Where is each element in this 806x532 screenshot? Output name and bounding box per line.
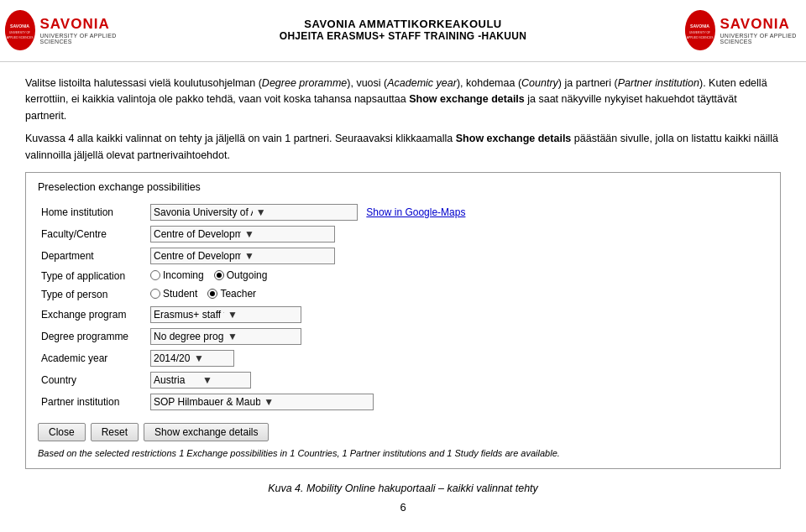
faculty-value: Centre of Development and Services ▼ bbox=[147, 223, 768, 245]
country-select[interactable]: Austria ▼ bbox=[150, 372, 251, 389]
exchange-program-value: Erasmus+ staff training ▼ bbox=[147, 304, 768, 326]
home-institution-label: Home institution bbox=[38, 201, 147, 223]
academic-year-select[interactable]: 2014/2015 ▼ bbox=[150, 350, 234, 367]
row-exchange-program: Exchange program Erasmus+ staff training… bbox=[38, 304, 768, 326]
home-institution-value: Savonia University of Applied Sciences l… bbox=[147, 201, 768, 223]
logo-circle-right: SAVONIA UNIVERSITY OF APPLIED SCIENCES bbox=[685, 10, 714, 50]
logo-left: SAVONIA UNIVERSITY OF APPLIED SCIENCES S… bbox=[17, 7, 109, 53]
row-degree-programme: Degree programme No degree program ▼ bbox=[38, 326, 768, 347]
type-person-radio-group: Student Teacher bbox=[150, 288, 256, 300]
incoming-radio[interactable] bbox=[150, 270, 160, 280]
academic-year-value: 2014/2015 ▼ bbox=[147, 347, 768, 369]
degree-programme-value: No degree program ▼ bbox=[147, 326, 768, 347]
svg-text:UNIVERSITY OF: UNIVERSITY OF bbox=[689, 31, 710, 34]
department-label: Department bbox=[38, 245, 147, 267]
logo-circle-left: SAVONIA UNIVERSITY OF APPLIED SCIENCES bbox=[5, 10, 34, 50]
show-in-google-maps-link[interactable]: Show in Google-Maps bbox=[366, 206, 465, 218]
logo-sub-right: UNIVERSITY OF APPLIED SCIENCES bbox=[720, 33, 801, 44]
svg-text:APPLIED SCIENCES: APPLIED SCIENCES bbox=[687, 35, 714, 39]
intro-para2: Kuvassa 4 alla kaikki valinnat on tehty … bbox=[25, 131, 781, 164]
exchange-program-label: Exchange program bbox=[38, 304, 147, 326]
row-type-person: Type of person Student Teacher bbox=[38, 285, 768, 304]
show-exchange-details-button[interactable]: Show exchange details bbox=[144, 423, 269, 441]
logo-right: SAVONIA UNIVERSITY OF APPLIED SCIENCES S… bbox=[697, 7, 789, 53]
svg-text:UNIVERSITY OF: UNIVERSITY OF bbox=[9, 31, 30, 34]
svg-point-0 bbox=[5, 15, 34, 44]
type-person-student[interactable]: Student bbox=[150, 288, 197, 300]
faculty-select[interactable]: Centre of Development and Services ▼ bbox=[150, 226, 335, 243]
status-text: Based on the selected restrictions 1 Exc… bbox=[38, 448, 768, 458]
degree-programme-arrow: ▼ bbox=[228, 331, 298, 342]
savonia-logo-right: SAVONIA UNIVERSITY OF APPLIED SCIENCES S… bbox=[685, 10, 800, 50]
header-title2: OHJEITA ERASMUS+ STAFF TRAINING -HAKUUN bbox=[109, 30, 697, 42]
country-label: Country bbox=[38, 369, 147, 391]
type-person-label: Type of person bbox=[38, 285, 147, 304]
close-button[interactable]: Close bbox=[38, 423, 86, 441]
header-title1: SAVONIA AMMATTIKORKEAKOULU bbox=[109, 18, 697, 30]
svg-text:APPLIED SCIENCES: APPLIED SCIENCES bbox=[7, 35, 34, 39]
home-institution-arrow: ▼ bbox=[256, 206, 355, 218]
intro-para1: Valitse listoilta halutessasi vielä koul… bbox=[25, 76, 781, 124]
logo-text-right: SAVONIA UNIVERSITY OF APPLIED SCIENCES bbox=[720, 16, 801, 44]
department-value: Centre of Development and Services ▼ bbox=[147, 245, 768, 267]
country-arrow: ▼ bbox=[202, 374, 248, 386]
home-institution-select[interactable]: Savonia University of Applied Sciences l… bbox=[150, 204, 358, 221]
partner-institution-select[interactable]: SOP Hilmbauer & Mauberger Gmbh & Co KG ▼ bbox=[150, 394, 374, 410]
preselection-title: Preselection exchange possibilities bbox=[38, 181, 768, 193]
teacher-radio[interactable] bbox=[207, 289, 217, 299]
type-application-label: Type of application bbox=[38, 267, 147, 285]
preselection-section: Preselection exchange possibilities Home… bbox=[25, 172, 781, 469]
reset-button[interactable]: Reset bbox=[91, 423, 139, 441]
degree-programme-label: Degree programme bbox=[38, 326, 147, 347]
department-arrow: ▼ bbox=[244, 250, 332, 262]
type-application-radio-group: Incoming Outgoing bbox=[150, 269, 267, 281]
header-center: SAVONIA AMMATTIKORKEAKOULU OHJEITA ERASM… bbox=[109, 18, 697, 42]
row-type-application: Type of application Incoming Outgoing bbox=[38, 267, 768, 285]
main-content: Valitse listoilta halutessasi vielä koul… bbox=[0, 67, 806, 522]
row-partner-institution: Partner institution SOP Hilmbauer & Maub… bbox=[38, 391, 768, 413]
svg-text:SAVONIA: SAVONIA bbox=[11, 23, 30, 29]
page-number: 6 bbox=[25, 501, 781, 514]
type-person-teacher[interactable]: Teacher bbox=[207, 288, 256, 300]
form-table: Home institution Savonia University of A… bbox=[38, 201, 768, 413]
row-faculty: Faculty/Centre Centre of Development and… bbox=[38, 223, 768, 245]
svg-point-4 bbox=[685, 15, 714, 44]
intro-text: Valitse listoilta halutessasi vielä koul… bbox=[25, 76, 781, 164]
outgoing-radio[interactable] bbox=[214, 270, 224, 280]
degree-programme-select[interactable]: No degree program ▼ bbox=[150, 328, 301, 345]
partner-institution-label: Partner institution bbox=[38, 391, 147, 413]
faculty-label: Faculty/Centre bbox=[38, 223, 147, 245]
header-divider bbox=[0, 61, 806, 62]
type-person-options: Student Teacher bbox=[147, 285, 768, 304]
partner-institution-value: SOP Hilmbauer & Mauberger Gmbh & Co KG ▼ bbox=[147, 391, 768, 413]
type-application-incoming[interactable]: Incoming bbox=[150, 269, 204, 281]
row-academic-year: Academic year 2014/2015 ▼ bbox=[38, 347, 768, 369]
savonia-logo-left: SAVONIA UNIVERSITY OF APPLIED SCIENCES S… bbox=[5, 10, 120, 50]
exchange-program-arrow: ▼ bbox=[228, 309, 298, 321]
type-application-options: Incoming Outgoing bbox=[147, 267, 768, 285]
student-radio[interactable] bbox=[150, 289, 160, 299]
type-application-outgoing[interactable]: Outgoing bbox=[214, 269, 268, 281]
figure-caption: Kuva 4. Mobility Online hakuportaali – k… bbox=[25, 482, 781, 494]
faculty-arrow: ▼ bbox=[244, 228, 332, 240]
academic-year-label: Academic year bbox=[38, 347, 147, 369]
exchange-program-select[interactable]: Erasmus+ staff training ▼ bbox=[150, 306, 301, 323]
page-header: SAVONIA UNIVERSITY OF APPLIED SCIENCES S… bbox=[0, 0, 806, 56]
row-department: Department Centre of Development and Ser… bbox=[38, 245, 768, 267]
country-value: Austria ▼ bbox=[147, 369, 768, 391]
logo-savonia-text-right: SAVONIA bbox=[720, 16, 801, 33]
row-country: Country Austria ▼ bbox=[38, 369, 768, 391]
academic-year-arrow: ▼ bbox=[194, 352, 231, 364]
partner-institution-arrow: ▼ bbox=[264, 396, 370, 408]
buttons-row: Close Reset Show exchange details bbox=[38, 423, 768, 441]
department-select[interactable]: Centre of Development and Services ▼ bbox=[150, 248, 335, 264]
svg-text:SAVONIA: SAVONIA bbox=[691, 23, 710, 29]
row-home-institution: Home institution Savonia University of A… bbox=[38, 201, 768, 223]
